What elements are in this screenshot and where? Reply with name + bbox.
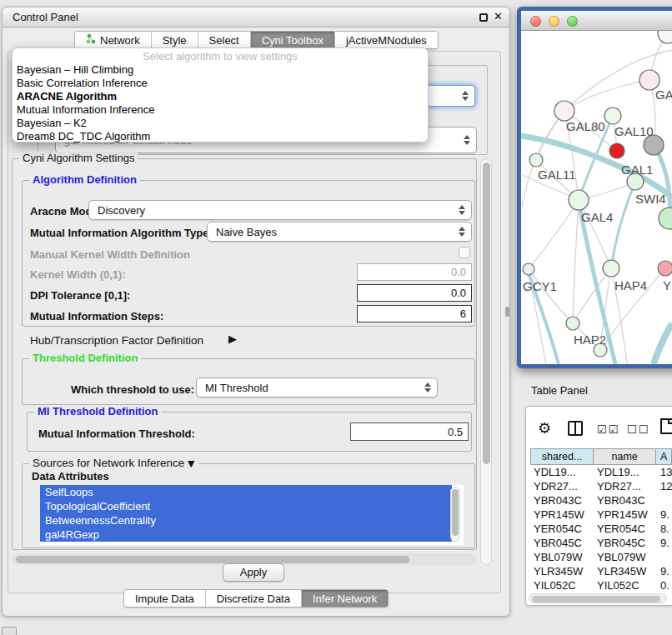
mi-threshold-field[interactable]: 0.5 xyxy=(350,422,469,441)
data-attribute-item[interactable]: TopologicalCoefficient xyxy=(40,499,452,513)
mi-type-combobox[interactable]: Naive Bayes xyxy=(207,222,472,242)
network-window-titlebar[interactable] xyxy=(521,11,672,31)
apply-button[interactable]: Apply xyxy=(223,563,284,582)
table-cell: 12 xyxy=(657,479,672,493)
expand-right-icon[interactable]: ▶ xyxy=(228,332,237,345)
network-node[interactable] xyxy=(609,143,624,158)
tab-select[interactable]: Select xyxy=(198,32,250,48)
algorithm-option[interactable]: Dream8 DC_TDC Algorithm xyxy=(13,130,428,143)
table-row[interactable]: YBL079WYBL079W xyxy=(530,550,672,564)
data-attributes-list: SelfLoopsTopologicalCoefficientBetweenne… xyxy=(40,485,464,545)
tab-impute-data[interactable]: Impute Data xyxy=(124,590,205,607)
collapse-down-icon[interactable]: ▼ xyxy=(188,458,194,469)
aracne-mode-combobox[interactable]: Discovery xyxy=(88,200,472,220)
network-node-label: SWI4 xyxy=(635,192,666,206)
tab-discretize-data[interactable]: Discretize Data xyxy=(205,590,301,607)
table-cell: YDR27... xyxy=(594,479,657,493)
settings-group-title: Cyni Algorithm Settings xyxy=(19,152,138,164)
combo-stepper-icon xyxy=(464,135,470,145)
network-node[interactable] xyxy=(554,101,574,121)
network-node[interactable] xyxy=(658,31,672,43)
kernel-width-field[interactable]: 0.0 xyxy=(357,263,472,281)
table-cell: YBR045C xyxy=(594,536,657,550)
combo-stepper-icon xyxy=(459,227,465,237)
table-cell: YER054C xyxy=(594,522,657,536)
network-node-label: GAL11 xyxy=(538,168,576,182)
network-node[interactable] xyxy=(604,108,621,124)
network-node[interactable] xyxy=(523,263,534,275)
column-header-shared-name[interactable]: shared... xyxy=(531,449,594,464)
table-row[interactable]: YDL19...YDL19...13 xyxy=(530,465,672,479)
table-row[interactable]: YBR043CYBR043C xyxy=(530,493,672,508)
network-node[interactable] xyxy=(569,190,589,210)
attr-list-scrollbar[interactable] xyxy=(450,487,460,542)
network-node[interactable] xyxy=(566,317,579,330)
minimized-panel-button[interactable] xyxy=(2,627,17,635)
network-node[interactable] xyxy=(529,153,543,167)
table-row[interactable]: YIL052CYIL052C0. xyxy=(530,578,672,592)
network-node[interactable] xyxy=(658,261,672,276)
which-threshold-value: MI Threshold xyxy=(205,382,268,394)
algorithm-option[interactable]: Bayesian – Hill Climbing xyxy=(13,63,428,77)
hub-section-label: Hub/Transcription Factor Definition xyxy=(30,334,203,347)
unchecked-columns-icon[interactable]: ☐☐ xyxy=(627,423,649,436)
manual-kernel-checkbox[interactable] xyxy=(459,247,470,258)
tab-cyni-toolbox[interactable]: Cyni Toolbox xyxy=(250,32,334,48)
algorithm-prompt: Select algorithm to view settings xyxy=(13,48,428,63)
network-node-label: GAL80 xyxy=(566,119,605,133)
column-header-partial[interactable]: A xyxy=(656,449,671,464)
close-traffic-light-icon[interactable] xyxy=(530,16,541,27)
split-columns-icon[interactable] xyxy=(568,421,583,436)
window-title: Control Panel xyxy=(13,11,78,23)
algorithm-dropdown-popup: Select algorithm to view settings Bayesi… xyxy=(12,48,429,142)
table-row[interactable]: YBR045CYBR045C9. xyxy=(530,536,672,550)
dpi-tolerance-field[interactable]: 0.0 xyxy=(357,284,472,302)
algorithm-option[interactable]: ARACNE Algorithm xyxy=(13,90,428,103)
tab-jactivemnodules[interactable]: jActiveMNodules xyxy=(334,32,438,48)
tab-label: Network xyxy=(100,34,140,47)
table-cell: 9. xyxy=(657,508,672,522)
combo-stepper-icon xyxy=(424,382,431,392)
algorithm-option[interactable]: Basic Correlation Inference xyxy=(13,77,428,90)
table-row[interactable]: YPR145WYPR145W9. xyxy=(530,508,672,522)
threshold-definition-title: Threshold Definition xyxy=(29,352,141,364)
table-row[interactable]: YLR345WYLR345W9. xyxy=(530,564,672,578)
table-cell: YBL079W xyxy=(594,550,657,564)
table-cell: YER054C xyxy=(530,522,594,536)
table-horizontal-scrollbar[interactable] xyxy=(529,593,667,603)
network-node[interactable] xyxy=(659,208,672,229)
mi-threshold-definition-title: MI Threshold Definition xyxy=(34,405,161,418)
table-cell: YDR27... xyxy=(530,479,594,493)
table-row[interactable]: YDR27...YDR27...12 xyxy=(530,479,672,493)
data-attribute-item[interactable]: gal4RGexp xyxy=(40,528,452,542)
zoom-traffic-light-icon[interactable] xyxy=(567,16,578,27)
data-attribute-item[interactable]: BetweennessCentrality xyxy=(40,513,452,528)
close-icon[interactable]: ✕ xyxy=(494,10,503,22)
network-node[interactable] xyxy=(603,260,619,277)
column-header-name[interactable]: name xyxy=(594,449,656,464)
panel-divider-handle[interactable] xyxy=(505,307,509,317)
network-canvas[interactable]: GALGAL80GAL10GAL11GAL1SWI4GAL4GCY1HAP4YH… xyxy=(521,31,672,364)
minimize-traffic-light-icon[interactable] xyxy=(549,16,559,27)
dpi-tolerance-label: DPI Tolerance [0,1]: xyxy=(30,289,130,302)
manual-kernel-label: Manual Kernel Width Definition xyxy=(30,248,190,261)
tab-style[interactable]: Style xyxy=(151,32,198,48)
algorithm-option[interactable]: Bayesian – K2 xyxy=(13,117,428,130)
new-document-icon[interactable] xyxy=(660,418,672,434)
checked-columns-icon[interactable]: ☑☑ xyxy=(597,423,619,436)
settings-vertical-scrollbar[interactable] xyxy=(480,158,492,565)
algorithm-option[interactable]: Mutual Information Inference xyxy=(13,103,428,117)
bottom-tabbar: Impute Data Discretize Data Infer Networ… xyxy=(123,589,389,608)
combo-stepper-icon xyxy=(459,205,465,215)
tab-network[interactable]: Network xyxy=(75,32,151,48)
table-cell: YBL079W xyxy=(530,550,594,564)
float-window-icon[interactable] xyxy=(479,13,488,22)
gear-icon[interactable]: ⚙ xyxy=(538,419,551,437)
table-row[interactable]: YER054CYER054C8. xyxy=(530,522,672,536)
tab-infer-network[interactable]: Infer Network xyxy=(301,590,388,607)
data-attribute-item[interactable]: SelfLoops xyxy=(40,485,452,499)
control-panel-titlebar[interactable]: Control Panel ✕ xyxy=(3,8,509,28)
which-threshold-combobox[interactable]: MI Threshold xyxy=(196,378,438,398)
mi-steps-field[interactable]: 6 xyxy=(357,305,472,322)
table-cell: YDL19... xyxy=(530,465,594,479)
